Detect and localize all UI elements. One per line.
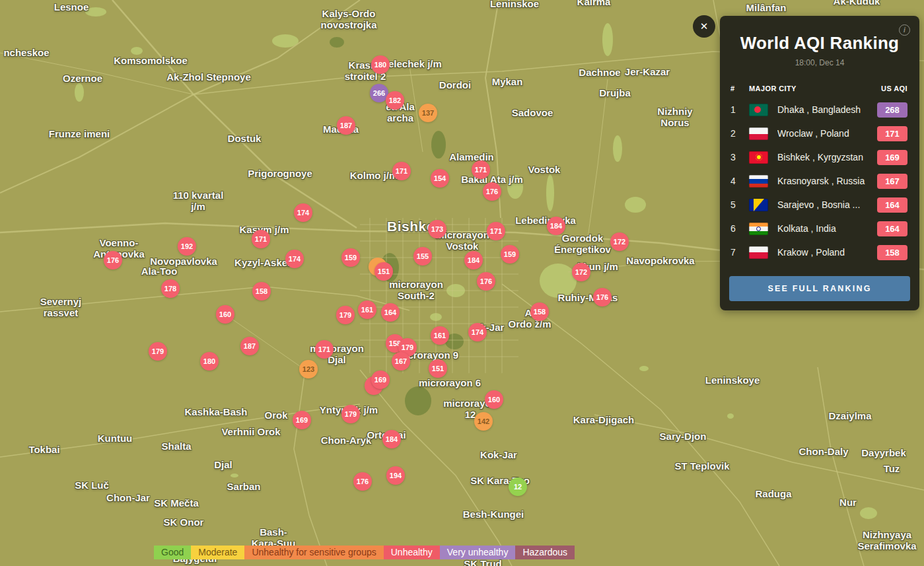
aqi-marker[interactable]: 159 (341, 248, 360, 267)
legend-item: Unhealthy (384, 546, 440, 559)
legend-item: Unhealthy for sensitive groups (244, 546, 383, 559)
aqi-marker[interactable]: 178 (161, 279, 180, 298)
panel-timestamp: 18:00, Dec 14 (720, 58, 919, 67)
aqi-marker[interactable]: 182 (386, 91, 404, 110)
aqi-marker[interactable]: 160 (216, 305, 234, 324)
ranking-row[interactable]: 7Krakow , Poland158 (720, 240, 919, 264)
rank-number: 3 (730, 152, 749, 162)
aqi-marker[interactable]: 158 (252, 282, 271, 301)
ranking-row[interactable]: 6Kolkata , India164 (720, 217, 919, 240)
aqi-badge: 164 (877, 197, 907, 213)
aqi-marker[interactable]: 176 (353, 472, 372, 491)
aqi-marker[interactable]: 164 (381, 303, 400, 322)
rank-number: 2 (730, 128, 749, 139)
aqi-marker[interactable]: 173 (428, 220, 446, 238)
aqi-marker[interactable]: 187 (337, 116, 355, 135)
ranking-row[interactable]: 4Krasnoyarsk , Russia167 (720, 169, 919, 193)
rank-number: 1 (730, 104, 749, 115)
ranking-row[interactable]: 1Dhaka , Bangladesh268 (720, 98, 919, 122)
panel-title: World AQI Ranking (720, 33, 919, 53)
aqi-badge: 171 (877, 126, 907, 141)
aqi-marker[interactable]: 171 (315, 340, 334, 359)
aqi-marker[interactable]: 160 (485, 390, 503, 409)
aqi-marker[interactable]: 123 (299, 360, 318, 378)
country-flag-ru (749, 175, 768, 188)
country-flag-pl (749, 246, 768, 259)
aqi-marker[interactable]: 167 (392, 352, 410, 371)
aqi-marker[interactable]: 158 (530, 302, 549, 321)
aqi-marker[interactable]: 154 (431, 169, 449, 188)
country-flag-bd (749, 104, 768, 116)
aqi-marker[interactable]: 180 (200, 352, 219, 371)
country-flag-ba (749, 199, 768, 211)
aqi-marker[interactable]: 184 (547, 217, 565, 235)
aqi-marker[interactable]: 172 (610, 232, 629, 251)
aqi-marker[interactable]: 169 (371, 371, 390, 389)
aqi-marker[interactable]: 184 (382, 430, 401, 448)
ranking-row[interactable]: 3Bishkek , Kyrgyzstan169 (720, 145, 919, 169)
aqi-marker[interactable]: 171 (487, 222, 505, 240)
city-name: Krasnoyarsk , Russia (777, 176, 877, 186)
ranking-rows: 1Dhaka , Bangladesh2682Wroclaw , Poland1… (720, 98, 919, 264)
aqi-marker[interactable]: 171 (252, 230, 270, 248)
aqi-marker[interactable]: 172 (572, 263, 590, 281)
world-aqi-ranking-panel: i World AQI Ranking 18:00, Dec 14 # MAJO… (720, 16, 919, 310)
aqi-marker[interactable]: 179 (149, 342, 167, 361)
aqi-badge: 167 (877, 174, 907, 189)
city-name: Kolkata , India (777, 223, 877, 234)
ranking-row[interactable]: 2Wroclaw , Poland171 (720, 122, 919, 145)
legend-item: Good (154, 546, 191, 559)
aqi-marker[interactable]: 184 (464, 251, 483, 269)
legend-item: Hazardous (515, 546, 575, 559)
aqi-legend: GoodModerateUnhealthy for sensitive grou… (154, 546, 575, 559)
aqi-badge: 169 (877, 150, 907, 165)
rank-column-header: # (730, 85, 749, 92)
aqi-marker[interactable]: 179 (341, 405, 360, 423)
legend-item: Very unhealthy (440, 546, 516, 559)
city-name: Krakow , Poland (777, 247, 877, 258)
aqi-marker[interactable]: 161 (431, 326, 449, 345)
close-panel-button[interactable]: ✕ (693, 15, 715, 38)
aqi-marker[interactable]: 171 (472, 160, 490, 179)
aqi-marker[interactable]: 192 (178, 237, 196, 256)
aqi-badge: 268 (877, 102, 907, 118)
city-column-header: MAJOR CITY (749, 85, 881, 92)
aqi-marker[interactable]: 180 (371, 55, 390, 74)
aqi-marker[interactable]: 176 (593, 288, 612, 306)
aqi-marker[interactable]: 187 (240, 337, 259, 355)
aqi-marker[interactable]: 142 (474, 412, 493, 431)
aqi-marker[interactable]: 155 (413, 247, 432, 265)
aqi-marker[interactable]: 176 (483, 182, 501, 201)
aqi-marker[interactable]: 174 (294, 203, 312, 222)
aqi-marker[interactable]: 161 (358, 301, 376, 319)
map-screen: LesnoencheskoeKomsomolskoeOzernoeAk-Zhol… (0, 0, 924, 566)
aqi-marker[interactable]: 194 (386, 466, 405, 485)
ranking-table-header: # MAJOR CITY US AQI (720, 85, 919, 92)
city-name: Sarajevo , Bosnia ... (777, 199, 877, 210)
rank-number: 4 (730, 176, 749, 186)
aqi-marker[interactable]: 169 (293, 411, 311, 429)
close-icon: ✕ (700, 20, 709, 32)
country-flag-kg (749, 151, 768, 164)
city-name: Dhaka , Bangladesh (777, 104, 877, 115)
rank-number: 5 (730, 199, 749, 210)
city-name: Wroclaw , Poland (777, 128, 877, 139)
see-full-ranking-button[interactable]: SEE FULL RANKING (729, 276, 910, 301)
city-name: Bishkek , Kyrgyzstan (777, 152, 877, 162)
aqi-marker[interactable]: 176 (477, 272, 495, 291)
aqi-marker[interactable]: 12 (509, 478, 527, 496)
aqi-marker[interactable]: 151 (374, 262, 393, 281)
aqi-marker[interactable]: 176 (104, 251, 122, 269)
aqi-marker[interactable]: 151 (429, 359, 447, 378)
aqi-column-header: US AQI (881, 85, 907, 92)
info-icon[interactable]: i (899, 24, 910, 36)
aqi-marker[interactable]: 137 (419, 104, 437, 122)
aqi-marker[interactable]: 179 (336, 306, 355, 324)
aqi-marker[interactable]: 174 (468, 323, 487, 341)
country-flag-pl (749, 127, 768, 140)
aqi-marker[interactable]: 174 (285, 250, 304, 268)
aqi-marker[interactable]: 159 (501, 245, 519, 264)
ranking-row[interactable]: 5Sarajevo , Bosnia ...164 (720, 193, 919, 217)
aqi-marker[interactable]: 171 (392, 162, 411, 180)
legend-item: Moderate (191, 546, 244, 559)
